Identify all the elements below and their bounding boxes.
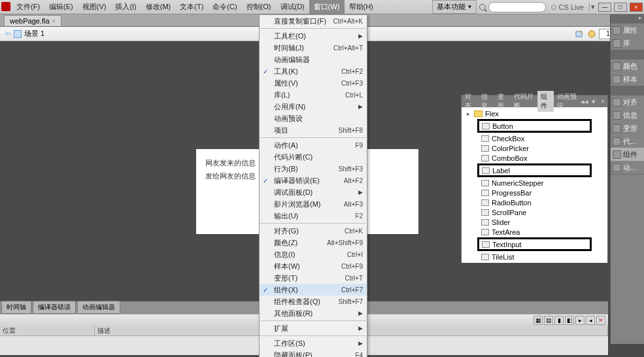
cslive-button[interactable]: CS Live [549, 3, 586, 11]
column-position[interactable]: 位置 [0, 326, 95, 335]
menu-item[interactable]: 动画预设 [260, 112, 367, 124]
component-combobox[interactable]: ComboBox [463, 153, 606, 163]
menu-item[interactable]: ✓组件(X)Ctrl+F7 [260, 284, 367, 296]
side-panel-样本[interactable]: 样本 [611, 73, 644, 86]
menu-item[interactable]: 对齐(G)Ctrl+K [260, 225, 367, 237]
menu-item[interactable]: 工作区(S)▶ [260, 337, 367, 349]
panel-tab[interactable]: 动画预设 [554, 91, 580, 112]
stage-text-1: 网友发来的信息： [205, 158, 263, 168]
menu-item[interactable]: 变形(T)Ctrl+T [260, 272, 367, 284]
panel-control-icon[interactable]: ▾ [589, 97, 598, 106]
menu-item[interactable]: 直接复制窗口(F)Ctrl+Alt+K [260, 15, 367, 27]
menu-item[interactable]: 信息(I)Ctrl+I [260, 248, 367, 260]
search-input[interactable] [488, 2, 546, 12]
side-panel-属性[interactable]: 属性 [611, 24, 644, 37]
menu-item[interactable]: 颜色(Z)Alt+Shift+F9 [260, 237, 367, 248]
menu-item[interactable]: ✓工具(K)Ctrl+F2 [260, 65, 367, 77]
back-icon[interactable]: ⇦ [5, 29, 11, 38]
menu-item[interactable]: 属性(V)Ctrl+F3 [260, 77, 367, 89]
collapse-icon[interactable]: ▸ [639, 14, 642, 24]
menu-视图[interactable]: 视图(V) [78, 0, 111, 14]
side-panel-动...[interactable]: 动... [611, 161, 644, 174]
workspace-selector[interactable]: 基本功能 ▼ [432, 0, 477, 14]
twisty-icon[interactable]: ▸ [466, 110, 471, 117]
tool-icon[interactable]: ◂ [586, 316, 595, 325]
menu-修改[interactable]: 修改(M) [141, 0, 176, 14]
tool-icon[interactable]: ▤ [544, 316, 553, 325]
menu-窗口[interactable]: 窗口(W) [309, 0, 345, 14]
side-panel-颜色[interactable]: 颜色 [611, 60, 644, 73]
panel-tab[interactable]: 对齐 [462, 91, 478, 112]
edit-symbol-icon[interactable] [587, 29, 596, 39]
menu-文本[interactable]: 文本(T) [175, 0, 208, 14]
side-panel-代...[interactable]: 代... [611, 135, 644, 148]
close-button[interactable]: × [630, 3, 643, 12]
panel-control-icon[interactable]: ◂◂ [580, 97, 589, 106]
menu-item[interactable]: 样本(W)Ctrl+F9 [260, 260, 367, 272]
side-panel-对齐[interactable]: 对齐 [611, 95, 644, 109]
panel-tab[interactable]: 组件 [537, 91, 554, 112]
menu-item[interactable]: 影片浏览器(M)Alt+F3 [260, 198, 367, 210]
component-textarea[interactable]: TextArea [463, 227, 606, 237]
side-panel-组件[interactable]: 组件 [611, 148, 644, 161]
component-colorpicker[interactable]: ColorPicker [463, 143, 606, 153]
component-textinput[interactable]: TextInput [479, 239, 590, 249]
minimize-button[interactable]: — [598, 3, 611, 12]
menu-item[interactable]: 时间轴(J)Ctrl+Alt+T [260, 42, 367, 54]
panel-tab[interactable]: 信息 [478, 91, 494, 112]
component-checkbox[interactable]: CheckBox [463, 133, 606, 143]
menu-item[interactable]: 动画编辑器 [260, 54, 367, 65]
menu-命令[interactable]: 命令(C) [208, 0, 241, 14]
menu-文件[interactable]: 文件(F) [12, 0, 44, 14]
menu-item[interactable]: 动作(A)F9 [260, 139, 367, 151]
side-panel-信息[interactable]: 信息 [611, 109, 644, 122]
menu-item[interactable]: 项目Shift+F8 [260, 124, 367, 136]
component-progressbar[interactable]: ProgressBar [463, 188, 606, 197]
menu-item[interactable]: 组件检查器(Q)Shift+F7 [260, 296, 367, 307]
component-tilelist[interactable]: TileList [463, 252, 606, 262]
bottom-tab[interactable]: 时间轴 [1, 301, 31, 314]
panel-tab[interactable]: 变形 [494, 91, 511, 112]
menu-编辑[interactable]: 编辑(E) [44, 0, 78, 14]
component-uiloader[interactable]: UILoader [463, 262, 606, 263]
tool-icon[interactable]: ▸ [575, 316, 585, 325]
menu-item[interactable]: ✓编译器错误(E)Alt+F2 [260, 175, 367, 186]
edit-scene-icon[interactable] [575, 29, 585, 39]
menu-item[interactable]: 输出(U)F2 [260, 210, 367, 222]
tool-icon[interactable]: ◧ [565, 316, 574, 325]
menu-item[interactable]: 库(L)Ctrl+L [260, 89, 367, 101]
bottom-tab[interactable]: 动画编辑器 [77, 301, 120, 314]
document-tab[interactable]: webPage.fla × [4, 15, 61, 26]
component-label[interactable]: Label [479, 165, 590, 175]
menu-插入[interactable]: 插入(I) [110, 0, 141, 14]
tree-folder-label[interactable]: Flex [485, 110, 499, 118]
menu-item[interactable]: 行为(B)Shift+F3 [260, 163, 367, 175]
side-panel-库[interactable]: 库 [611, 37, 644, 50]
component-slider[interactable]: Slider [463, 217, 606, 227]
menu-item[interactable]: 调试面板(D)▶ [260, 186, 367, 198]
menu-item[interactable]: 代码片断(C) [260, 151, 367, 163]
tool-icon[interactable]: ▦ [534, 316, 543, 325]
menu-item[interactable]: 扩展▶ [260, 322, 367, 334]
component-button[interactable]: Button [479, 121, 590, 131]
component-radiobutton[interactable]: RadioButton [463, 197, 606, 207]
side-panel-变形[interactable]: 变形 [611, 122, 644, 135]
panel-tab[interactable]: 代码片断 [511, 91, 537, 112]
tool-icon[interactable]: ▮ [554, 316, 564, 325]
menu-item[interactable]: 其他面板(R)▶ [260, 307, 367, 319]
close-icon[interactable]: × [52, 18, 56, 24]
menu-帮助[interactable]: 帮助(H) [345, 0, 378, 14]
menu-item[interactable]: 工具栏(O)▶ [260, 30, 367, 42]
menu-item[interactable]: 隐藏面板(P)F4 [260, 349, 367, 357]
menu-item[interactable]: 公用库(N)▶ [260, 101, 367, 112]
component-numericstepper[interactable]: NumericStepper [463, 178, 606, 188]
delete-icon[interactable]: ✕ [596, 316, 605, 325]
maximize-button[interactable]: □ [614, 3, 627, 12]
panel-control-icon[interactable]: × [598, 97, 607, 106]
components-tree[interactable]: ▸FlexButtonCheckBoxColorPickerComboBoxLa… [462, 107, 607, 263]
component-scrollpane[interactable]: ScrollPane [463, 207, 606, 217]
bottom-tab[interactable]: 编译器错误 [33, 301, 76, 314]
menu-控制[interactable]: 控制(O) [242, 0, 276, 14]
dropdown-icon[interactable]: ▾ [589, 3, 596, 11]
menu-调试[interactable]: 调试(D) [276, 0, 309, 14]
